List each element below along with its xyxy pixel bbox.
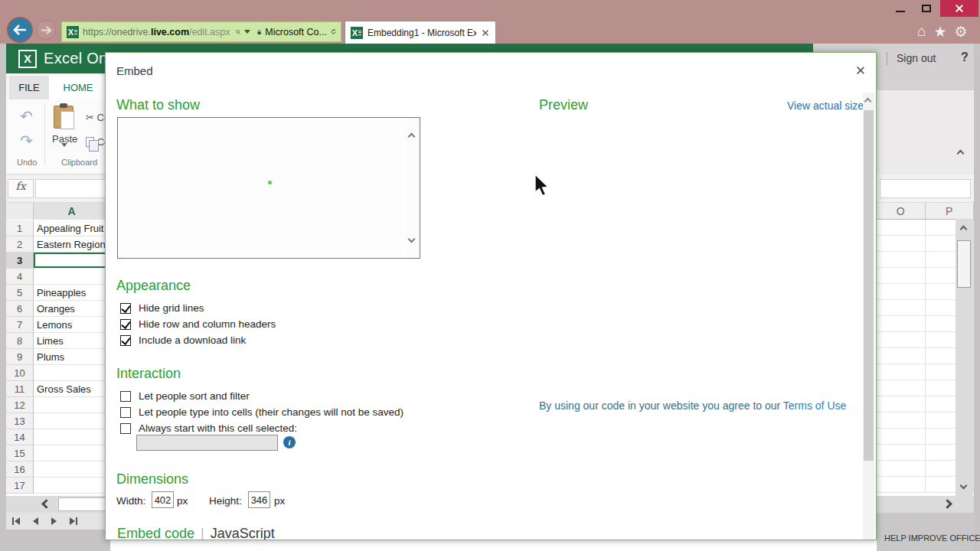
listbox-scrollbar[interactable] [407, 119, 419, 257]
scroll-up-icon[interactable] [960, 226, 968, 233]
cell[interactable] [877, 461, 926, 477]
row-header[interactable]: 6 [6, 301, 34, 317]
checkbox-checked-icon[interactable] [120, 319, 131, 330]
cell[interactable] [34, 461, 110, 478]
redo-icon[interactable]: ↷ [20, 132, 33, 150]
horizontal-scroll-track[interactable] [58, 497, 110, 511]
row-header[interactable]: 2 [6, 236, 34, 253]
dialog-scroll-thumb[interactable] [864, 110, 874, 461]
search-icon[interactable] [236, 27, 241, 37]
cell[interactable] [877, 477, 926, 493]
maximize-button[interactable] [916, 0, 937, 17]
height-input[interactable]: 346 [248, 491, 270, 508]
checkbox-row[interactable]: Hide row and column headers [120, 318, 276, 330]
cell[interactable]: Appealing Fruit [34, 220, 110, 236]
cell[interactable] [877, 445, 926, 461]
cell[interactable]: Eastern Region [34, 236, 110, 253]
column-header-a[interactable]: A [34, 203, 110, 220]
row-header[interactable]: 11 [6, 381, 34, 397]
checkbox-icon[interactable] [120, 391, 131, 402]
listbox-scroll-up-icon[interactable] [408, 133, 416, 141]
security-zone-label[interactable]: Microsoft Co... [265, 27, 327, 37]
window-close-button[interactable] [940, 0, 978, 17]
cell[interactable]: Oranges [34, 301, 110, 317]
next-sheet-button[interactable] [51, 517, 57, 525]
cell[interactable]: Lemons [34, 317, 110, 333]
sign-out-link[interactable]: Sign out [897, 52, 936, 64]
cell[interactable]: Plums [34, 349, 110, 365]
dialog-scroll-up-icon[interactable] [864, 98, 872, 106]
cell[interactable] [34, 253, 110, 269]
vertical-scrollbar[interactable] [956, 219, 973, 496]
row-header[interactable]: 17 [6, 478, 34, 494]
paste-icon[interactable] [54, 106, 74, 129]
cell[interactable] [877, 252, 926, 268]
checkbox-checked-icon[interactable] [120, 303, 131, 314]
listbox-scroll-down-icon[interactable] [408, 236, 416, 243]
select-all-corner[interactable] [6, 203, 34, 220]
cell[interactable] [34, 397, 110, 413]
horizontal-scrollbar-right[interactable] [877, 496, 974, 513]
row-header[interactable]: 15 [6, 445, 34, 461]
column-header-p[interactable]: P [926, 203, 975, 220]
javascript-tab[interactable]: JavaScript [211, 526, 275, 540]
cell[interactable] [877, 300, 926, 316]
search-dropdown-caret-icon[interactable] [244, 30, 250, 34]
checkbox-row[interactable]: Hide grid lines [120, 302, 204, 314]
formula-input-right[interactable] [880, 179, 971, 198]
cell[interactable] [34, 445, 110, 461]
home-icon[interactable]: ⌂ [917, 23, 926, 41]
address-bar[interactable]: X https://onedrive.live.com/edit.aspx Mi… [61, 21, 341, 42]
checkbox-checked-icon[interactable] [120, 335, 131, 346]
checkbox-icon[interactable] [120, 407, 131, 418]
tab-home[interactable]: HOME [49, 76, 107, 99]
cell[interactable]: Limes [34, 333, 110, 349]
cell[interactable] [34, 413, 110, 429]
row-header[interactable]: 9 [6, 349, 34, 365]
row-header[interactable]: 3 [6, 253, 34, 269]
info-icon[interactable]: i [283, 436, 296, 448]
horizontal-scrollbar-left[interactable] [6, 496, 110, 513]
tab-close-icon[interactable] [482, 29, 489, 37]
refresh-icon[interactable] [331, 26, 336, 37]
cell[interactable]: Pineapples [34, 285, 110, 301]
fx-button[interactable]: fx [8, 179, 34, 198]
cell[interactable] [877, 396, 926, 412]
help-improve-office-link[interactable]: HELP IMPROVE OFFICE [884, 533, 980, 543]
scroll-down-icon[interactable] [960, 482, 968, 490]
checkbox-row[interactable]: Include a download link [120, 334, 246, 346]
cell[interactable] [34, 269, 110, 285]
what-to-show-listbox[interactable] [117, 117, 420, 259]
cell[interactable] [877, 364, 926, 380]
cell[interactable] [877, 429, 926, 445]
row-header[interactable]: 1 [6, 220, 34, 236]
favorites-star-icon[interactable]: ★ [933, 23, 946, 41]
row-header[interactable]: 5 [6, 285, 34, 301]
checkbox-row[interactable]: Let people type into cells (their change… [120, 406, 403, 418]
prev-sheet-button[interactable] [33, 517, 38, 525]
url-text[interactable]: https://onedrive.live.com/edit.aspx [83, 27, 230, 37]
cell[interactable] [34, 365, 110, 381]
terms-of-use-link[interactable]: Terms of Use [783, 399, 846, 412]
scroll-left-icon[interactable] [41, 499, 51, 509]
row-header[interactable]: 10 [6, 365, 34, 381]
row-header[interactable]: 14 [6, 429, 34, 445]
column-header-o[interactable]: O [877, 203, 926, 220]
width-input[interactable]: 402 [152, 491, 174, 508]
row-header[interactable]: 12 [6, 397, 34, 413]
cell[interactable] [34, 478, 110, 494]
checkbox-row[interactable]: Let people sort and filter [120, 390, 250, 402]
cell[interactable] [877, 284, 926, 300]
forward-button[interactable] [36, 20, 56, 40]
settings-gear-icon[interactable]: ⚙ [955, 23, 968, 41]
dialog-scrollbar[interactable] [863, 93, 874, 540]
row-header[interactable]: 8 [6, 333, 34, 349]
row-header[interactable]: 7 [6, 317, 34, 333]
row-header[interactable]: 4 [6, 269, 34, 285]
cell[interactable] [877, 220, 926, 236]
cell[interactable]: Gross Sales [34, 381, 110, 397]
cell[interactable] [877, 236, 926, 252]
scroll-right-icon[interactable] [942, 499, 952, 509]
start-cell-input[interactable] [136, 435, 278, 451]
minimize-button[interactable] [890, 0, 911, 17]
